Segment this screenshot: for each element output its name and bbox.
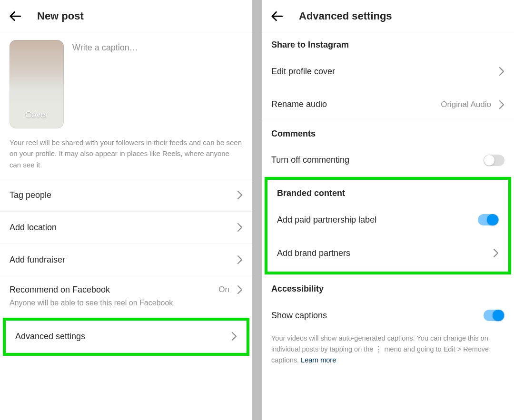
captions-footnote: Your videos will show auto-generated cap… bbox=[262, 332, 514, 374]
reel-share-info: Your reel will be shared with your follo… bbox=[0, 137, 252, 179]
page-title: Advanced settings bbox=[299, 10, 392, 22]
composer-area: Cover Write a caption… bbox=[0, 32, 252, 137]
add-brand-partners-label: Add brand partners bbox=[277, 248, 350, 258]
chevron-right-icon bbox=[493, 248, 499, 258]
add-location-label: Add location bbox=[10, 223, 57, 233]
chevron-right-icon bbox=[237, 255, 243, 264]
edit-profile-cover-label: Edit profile cover bbox=[271, 67, 335, 77]
section-accessibility: Accessibility bbox=[262, 274, 514, 299]
page-title: New post bbox=[37, 10, 84, 22]
chevron-right-icon bbox=[231, 332, 237, 341]
tag-people-row[interactable]: Tag people bbox=[0, 179, 252, 211]
edit-profile-cover-row[interactable]: Edit profile cover bbox=[262, 55, 514, 88]
tag-people-label: Tag people bbox=[10, 190, 51, 200]
rename-audio-value: Original Audio bbox=[441, 100, 491, 109]
paid-partnership-toggle[interactable] bbox=[478, 214, 499, 225]
advanced-settings-label: Advanced settings bbox=[15, 332, 85, 342]
advanced-settings-highlight: Advanced settings bbox=[3, 318, 249, 356]
show-captions-toggle[interactable] bbox=[484, 310, 504, 321]
chevron-right-icon bbox=[499, 67, 504, 76]
chevron-right-icon bbox=[499, 100, 504, 109]
advanced-settings-row[interactable]: Advanced settings bbox=[6, 321, 247, 353]
chevron-right-icon bbox=[237, 285, 243, 294]
show-captions-row[interactable]: Show captions bbox=[262, 299, 514, 332]
add-fundraiser-row[interactable]: Add fundraiser bbox=[0, 244, 252, 276]
cover-thumbnail[interactable]: Cover bbox=[10, 40, 64, 128]
screenshot-divider bbox=[252, 0, 262, 420]
add-location-row[interactable]: Add location bbox=[0, 211, 252, 244]
recommend-facebook-label: Recommend on Facebook bbox=[10, 285, 110, 295]
show-captions-label: Show captions bbox=[271, 311, 327, 321]
chevron-right-icon bbox=[237, 223, 243, 232]
recommend-facebook-sub: Anyone will be able to see this reel on … bbox=[0, 295, 252, 315]
branded-content-highlight: Branded content Add paid partnership lab… bbox=[265, 177, 511, 274]
back-arrow-icon[interactable] bbox=[8, 8, 24, 24]
paid-partnership-label: Add paid partnership label bbox=[277, 215, 376, 225]
recommend-facebook-value: On bbox=[218, 285, 229, 294]
recommend-facebook-row[interactable]: Recommend on Facebook On bbox=[0, 276, 252, 295]
turn-off-commenting-label: Turn off commenting bbox=[271, 155, 349, 165]
cover-label: Cover bbox=[10, 110, 64, 120]
right-header: Advanced settings bbox=[262, 0, 514, 32]
section-comments: Comments bbox=[262, 121, 514, 144]
back-arrow-icon[interactable] bbox=[269, 8, 286, 24]
left-header: New post bbox=[0, 0, 252, 32]
turn-off-commenting-toggle[interactable] bbox=[484, 155, 504, 166]
advanced-settings-screen: Advanced settings Share to Instagram Edi… bbox=[262, 0, 514, 420]
chevron-right-icon bbox=[237, 190, 243, 200]
rename-audio-row[interactable]: Rename audio Original Audio bbox=[262, 88, 514, 121]
turn-off-commenting-row[interactable]: Turn off commenting bbox=[262, 144, 514, 177]
add-brand-partners-row[interactable]: Add brand partners bbox=[267, 236, 508, 270]
section-branded-content: Branded content bbox=[267, 180, 508, 203]
add-fundraiser-label: Add fundraiser bbox=[10, 255, 65, 265]
rename-audio-label: Rename audio bbox=[271, 99, 327, 109]
new-post-screen: New post Cover Write a caption… Your ree… bbox=[0, 0, 252, 420]
section-share-instagram: Share to Instagram bbox=[262, 32, 514, 55]
paid-partnership-row[interactable]: Add paid partnership label bbox=[267, 203, 508, 236]
learn-more-link[interactable]: Learn more bbox=[301, 356, 336, 364]
caption-input[interactable]: Write a caption… bbox=[72, 40, 138, 53]
